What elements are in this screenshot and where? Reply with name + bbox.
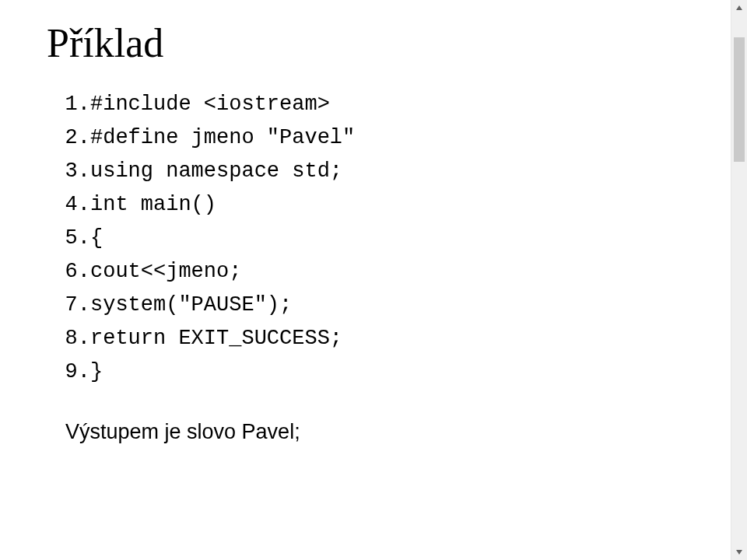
vertical-scrollbar[interactable] bbox=[731, 0, 747, 560]
code-text: int main() bbox=[90, 194, 216, 215]
code-text: #define jmeno "Pavel" bbox=[90, 128, 355, 149]
code-text: #include <iostream> bbox=[90, 94, 330, 115]
svg-marker-1 bbox=[736, 550, 742, 555]
code-line: 3. using namespace std; bbox=[47, 161, 707, 182]
code-line: 2. #define jmeno "Pavel" bbox=[47, 128, 707, 149]
page-title: Příklad bbox=[47, 20, 707, 66]
line-number: 1. bbox=[47, 94, 90, 115]
code-line: 7. system("PAUSE"); bbox=[47, 295, 707, 316]
code-line: 6. cout<<jmeno; bbox=[47, 261, 707, 282]
output-text: Výstupem je slovo Pavel; bbox=[65, 420, 707, 444]
line-number: 8. bbox=[47, 328, 90, 349]
line-number: 4. bbox=[47, 194, 90, 215]
scroll-up-arrow-icon[interactable] bbox=[731, 0, 747, 16]
code-line: 4. int main() bbox=[47, 194, 707, 215]
line-number: 7. bbox=[47, 295, 90, 316]
line-number: 6. bbox=[47, 261, 90, 282]
code-line: 1. #include <iostream> bbox=[47, 94, 707, 115]
code-text: } bbox=[90, 362, 103, 383]
code-line: 8. return EXIT_SUCCESS; bbox=[47, 328, 707, 349]
code-listing: 1. #include <iostream> 2. #define jmeno … bbox=[47, 94, 707, 383]
code-text: cout<<jmeno; bbox=[90, 261, 241, 282]
code-text: { bbox=[90, 228, 103, 249]
slide: Příklad 1. #include <iostream> 2. #defin… bbox=[0, 0, 747, 560]
scroll-thumb[interactable] bbox=[734, 37, 745, 162]
line-number: 9. bbox=[47, 362, 90, 383]
code-text: system("PAUSE"); bbox=[90, 295, 292, 316]
line-number: 2. bbox=[47, 128, 90, 149]
line-number: 5. bbox=[47, 228, 90, 249]
code-text: using namespace std; bbox=[90, 161, 342, 182]
svg-marker-0 bbox=[736, 5, 742, 10]
scroll-down-arrow-icon[interactable] bbox=[731, 544, 747, 560]
line-number: 3. bbox=[47, 161, 90, 182]
code-line: 5. { bbox=[47, 228, 707, 249]
code-text: return EXIT_SUCCESS; bbox=[90, 328, 342, 349]
code-line: 9. } bbox=[47, 362, 707, 383]
